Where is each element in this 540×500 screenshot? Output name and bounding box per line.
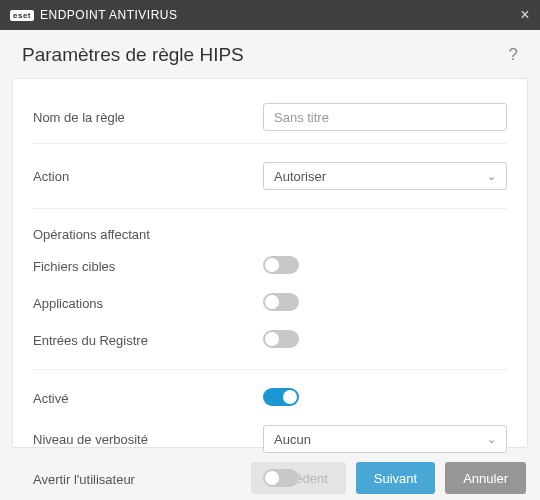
row-target-files: Fichiers cibles xyxy=(33,248,507,285)
help-icon[interactable]: ? xyxy=(509,45,518,65)
rule-name-input[interactable] xyxy=(263,103,507,131)
row-applications: Applications xyxy=(33,285,507,322)
notify-toggle[interactable] xyxy=(263,469,299,487)
operations-section-title: Opérations affectant xyxy=(33,219,507,248)
settings-panel: Nom de la règle Action Autoriser ⌄ Opéra… xyxy=(12,78,528,448)
enabled-toggle[interactable] xyxy=(263,388,299,406)
cancel-button[interactable]: Annuler xyxy=(445,462,526,494)
brand-badge: eset xyxy=(10,10,34,21)
row-rule-name: Nom de la règle xyxy=(33,95,507,139)
row-enabled: Activé xyxy=(33,380,507,417)
verbosity-label: Niveau de verbosité xyxy=(33,432,263,447)
action-select[interactable]: Autoriser ⌄ xyxy=(263,162,507,190)
action-value: Autoriser xyxy=(274,169,326,184)
registry-label: Entrées du Registre xyxy=(33,333,263,348)
chevron-down-icon: ⌄ xyxy=(487,433,496,446)
rule-name-label: Nom de la règle xyxy=(33,110,263,125)
notify-label: Avertir l'utilisateur xyxy=(33,472,263,487)
app-name: ENDPOINT ANTIVIRUS xyxy=(40,8,177,22)
action-label: Action xyxy=(33,169,263,184)
applications-label: Applications xyxy=(33,296,263,311)
page-title: Paramètres de règle HIPS xyxy=(22,44,509,66)
verbosity-value: Aucun xyxy=(274,432,311,447)
target-files-label: Fichiers cibles xyxy=(33,259,263,274)
next-button[interactable]: Suivant xyxy=(356,462,435,494)
row-registry: Entrées du Registre xyxy=(33,322,507,359)
verbosity-select[interactable]: Aucun ⌄ xyxy=(263,425,507,453)
enabled-label: Activé xyxy=(33,391,263,406)
row-action: Action Autoriser ⌄ xyxy=(33,154,507,198)
titlebar: eset ENDPOINT ANTIVIRUS × xyxy=(0,0,540,30)
chevron-down-icon: ⌄ xyxy=(487,170,496,183)
close-icon[interactable]: × xyxy=(520,6,530,24)
page-header: Paramètres de règle HIPS ? xyxy=(0,30,540,78)
registry-toggle[interactable] xyxy=(263,330,299,348)
target-files-toggle[interactable] xyxy=(263,256,299,274)
applications-toggle[interactable] xyxy=(263,293,299,311)
